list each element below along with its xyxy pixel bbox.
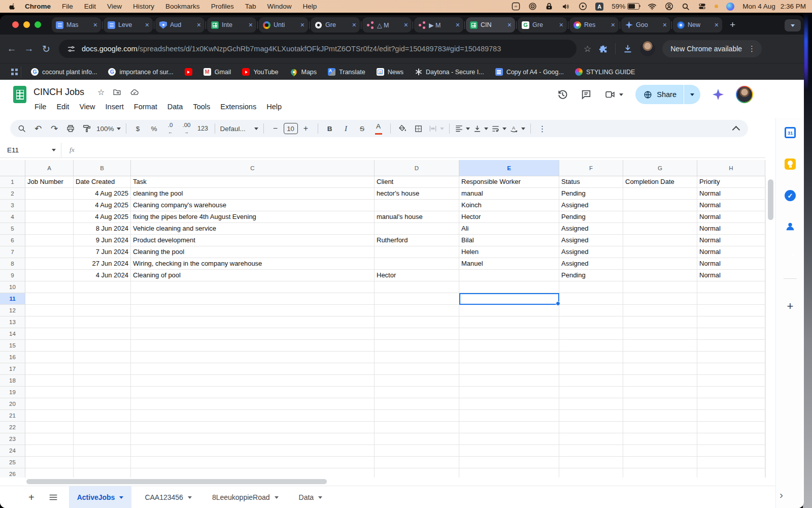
row-header-19[interactable]: 19 xyxy=(0,387,25,398)
reload-button[interactable]: ↻ xyxy=(38,43,55,55)
cell-A2[interactable] xyxy=(25,188,74,200)
cell-F22[interactable] xyxy=(559,422,623,433)
sheets-menu-file[interactable]: File xyxy=(29,101,51,112)
formula-input[interactable] xyxy=(75,142,765,157)
cell-G24[interactable] xyxy=(623,445,697,457)
tab-close-icon[interactable]: × xyxy=(248,21,254,28)
cell-A26[interactable] xyxy=(25,468,74,478)
google-calendar-icon[interactable]: 31 xyxy=(785,127,796,138)
sheets-menu-edit[interactable]: Edit xyxy=(51,101,74,112)
browser-tab[interactable]: Leve× xyxy=(104,17,153,33)
cell-D22[interactable] xyxy=(375,422,459,433)
cell-A3[interactable] xyxy=(25,200,74,211)
column-header-D[interactable]: D xyxy=(375,160,459,176)
menubar-item-edit[interactable]: Edit xyxy=(79,3,101,10)
tab-close-icon[interactable]: × xyxy=(558,21,564,28)
cell-C11[interactable] xyxy=(131,293,375,305)
cell-F18[interactable] xyxy=(559,375,623,387)
cell-H14[interactable] xyxy=(697,328,765,340)
toolbar-search-icon[interactable] xyxy=(15,122,28,135)
cell-B26[interactable] xyxy=(74,468,131,478)
row-header-11[interactable]: 11 xyxy=(0,293,25,305)
back-button[interactable]: ← xyxy=(3,43,20,54)
cell-A14[interactable] xyxy=(25,328,74,340)
menubar-app-name[interactable]: Chrome xyxy=(19,3,56,10)
cell-B14[interactable] xyxy=(74,328,131,340)
cell-F8[interactable]: Assigned xyxy=(559,258,623,270)
cell-B16[interactable] xyxy=(74,352,131,363)
horizontal-scrollbar[interactable] xyxy=(0,478,765,486)
cell-H19[interactable] xyxy=(697,387,765,398)
menubar-item-tab[interactable]: Tab xyxy=(240,3,262,10)
cell-B1[interactable]: Date Created xyxy=(74,176,131,188)
sheets-menu-extensions[interactable]: Extensions xyxy=(215,101,261,112)
cell-B21[interactable] xyxy=(74,410,131,422)
horizontal-align-button[interactable] xyxy=(455,122,470,135)
cell-A22[interactable] xyxy=(25,422,74,433)
row-header-18[interactable]: 18 xyxy=(0,375,25,387)
site-settings-icon[interactable] xyxy=(67,45,76,53)
cell-B7[interactable]: 7 Jun 2024 xyxy=(74,246,131,258)
sheet-tab-menu-icon[interactable] xyxy=(188,496,192,499)
comments-icon[interactable] xyxy=(581,89,592,100)
profile-avatar[interactable] xyxy=(640,41,655,56)
text-rotation-button[interactable]: A xyxy=(510,122,525,135)
cell-G18[interactable] xyxy=(623,375,697,387)
bookmark-item[interactable]: importance of sur... xyxy=(108,68,173,76)
row-header-7[interactable]: 7 xyxy=(0,246,25,258)
cell-A5[interactable] xyxy=(25,223,74,235)
cell-C2[interactable]: cleaning the pool xyxy=(131,188,375,200)
cell-G5[interactable] xyxy=(623,223,697,235)
decrease-decimal-button[interactable]: .0← xyxy=(164,122,177,135)
cell-A19[interactable] xyxy=(25,387,74,398)
toolbar-more-icon[interactable]: ⋮ xyxy=(536,122,549,135)
cell-A7[interactable] xyxy=(25,246,74,258)
cell-B24[interactable] xyxy=(74,445,131,457)
cell-A25[interactable] xyxy=(25,457,74,468)
column-header-C[interactable]: C xyxy=(131,160,375,176)
tab-close-icon[interactable]: × xyxy=(714,21,720,28)
cell-H7[interactable]: Normal xyxy=(697,246,765,258)
vertical-align-button[interactable] xyxy=(473,122,488,135)
cell-B18[interactable] xyxy=(74,375,131,387)
tab-close-icon[interactable]: × xyxy=(92,21,98,28)
forward-button[interactable]: → xyxy=(20,43,38,54)
cell-H1[interactable]: Priority xyxy=(697,176,765,188)
menubar-item-file[interactable]: File xyxy=(56,3,79,10)
cell-F17[interactable] xyxy=(559,363,623,375)
row-header-4[interactable]: 4 xyxy=(0,211,25,223)
bookmark-star-icon[interactable]: ☆ xyxy=(584,44,591,54)
row-header-25[interactable]: 25 xyxy=(0,457,25,468)
cell-B5[interactable]: 8 Jun 2024 xyxy=(74,223,131,235)
cell-G7[interactable] xyxy=(623,246,697,258)
all-sheets-button[interactable] xyxy=(49,494,58,501)
cell-H26[interactable] xyxy=(697,468,765,478)
cell-E4[interactable]: Hector xyxy=(459,211,559,223)
menubar-item-view[interactable]: View xyxy=(101,3,127,10)
cell-D1[interactable]: Client xyxy=(375,176,459,188)
text-wrap-button[interactable] xyxy=(491,122,506,135)
h-scroll-thumb[interactable] xyxy=(26,479,327,484)
cell-C25[interactable] xyxy=(131,457,375,468)
creative-cloud-icon[interactable]: ∞ xyxy=(512,2,520,11)
cell-D4[interactable]: manual's house xyxy=(375,211,459,223)
volume-icon[interactable] xyxy=(561,3,570,11)
text-color-button[interactable]: A xyxy=(372,122,385,135)
sheets-menu-help[interactable]: Help xyxy=(261,101,287,112)
cell-H4[interactable]: Normal xyxy=(697,211,765,223)
google-keep-icon[interactable] xyxy=(785,158,796,170)
cell-D11[interactable] xyxy=(375,293,459,305)
cell-D13[interactable] xyxy=(375,316,459,328)
row-header-1[interactable]: 1 xyxy=(0,176,25,188)
row-header-16[interactable]: 16 xyxy=(0,352,25,363)
cell-D6[interactable]: Rutherford xyxy=(375,235,459,246)
sheet-tab-menu-icon[interactable] xyxy=(119,496,123,499)
cell-F13[interactable] xyxy=(559,316,623,328)
bookmark-item[interactable]: coconut plant info... xyxy=(31,68,97,76)
gemini-icon[interactable] xyxy=(713,89,724,100)
cell-B15[interactable] xyxy=(74,340,131,352)
spotlight-search-icon[interactable] xyxy=(682,3,690,11)
new-tab-button[interactable]: + xyxy=(730,19,735,31)
cell-G22[interactable] xyxy=(623,422,697,433)
cell-H10[interactable] xyxy=(697,281,765,293)
